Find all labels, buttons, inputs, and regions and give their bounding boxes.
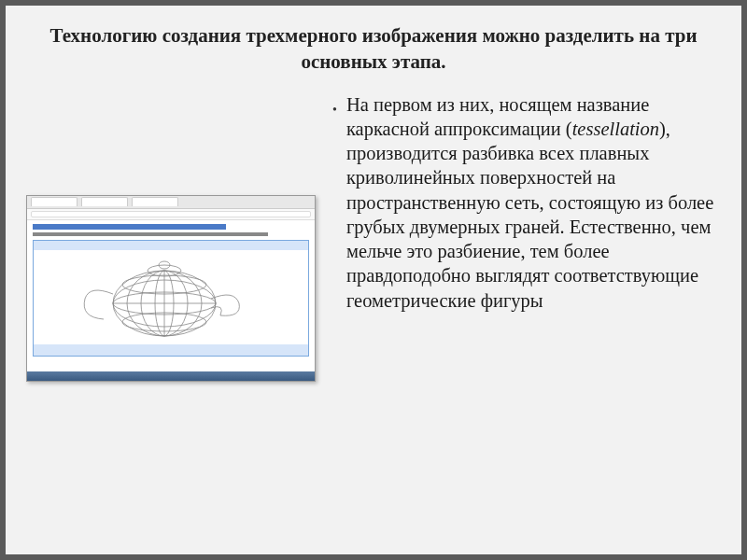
- page-subtext-bar: [33, 232, 268, 236]
- highlight-band: [34, 344, 308, 356]
- title-bold: Технологию создания трехмерного изображе…: [50, 24, 478, 47]
- bullet-item: • На первом из них, носящем название кар…: [332, 92, 721, 313]
- teapot-illustration: [33, 240, 309, 357]
- left-column: [26, 92, 316, 382]
- bullet-italic: tessellation: [572, 119, 659, 139]
- browser-address-bar: [27, 209, 315, 220]
- bullet-text: На первом из них, носящем название карка…: [346, 92, 721, 313]
- browser-tab: [81, 197, 128, 206]
- slide-frame: Технологию создания трехмерного изображе…: [0, 0, 747, 560]
- content-row: • На первом из них, носящем название кар…: [26, 92, 721, 382]
- slide-title: Технологию создания трехмерного изображе…: [26, 22, 721, 76]
- page-content-area: [27, 220, 315, 360]
- page-heading-bar: [33, 224, 226, 230]
- browser-tab: [132, 197, 178, 206]
- taskbar: [27, 371, 315, 381]
- browser-tab-bar: [27, 196, 315, 209]
- bullet-marker: •: [332, 92, 337, 313]
- bullet-part2: ), производится разбивка всех плавных кр…: [346, 119, 713, 311]
- right-column: • На первом из них, носящем название кар…: [332, 92, 721, 313]
- highlight-band: [34, 241, 308, 250]
- teapot-wireframe-icon: [62, 252, 267, 345]
- browser-tab: [31, 197, 78, 206]
- address-field: [31, 211, 311, 217]
- embedded-screenshot: [26, 195, 316, 382]
